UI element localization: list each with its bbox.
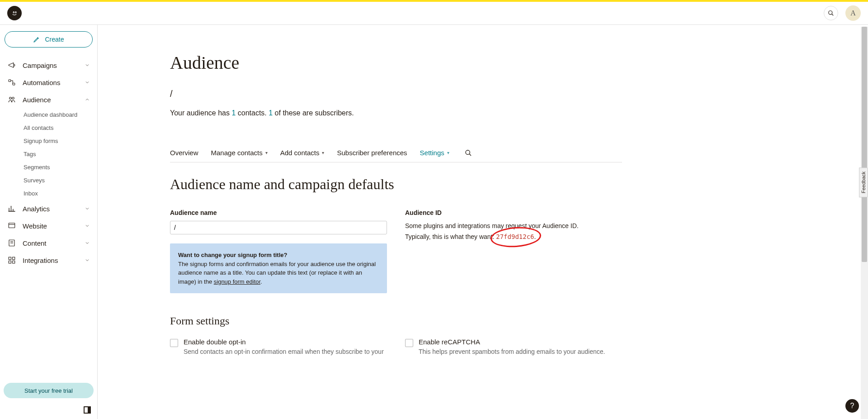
svg-rect-8 xyxy=(13,83,15,86)
tab-overview[interactable]: Overview xyxy=(170,149,198,157)
tab-settings[interactable]: Settings ▾ xyxy=(420,149,449,157)
create-label: Create xyxy=(45,36,64,43)
tabs-bar: Overview Manage contacts ▾ Add contacts … xyxy=(170,149,622,162)
website-icon xyxy=(7,222,16,230)
chevron-down-icon xyxy=(85,62,90,68)
svg-rect-17 xyxy=(13,257,15,259)
subnav-surveys[interactable]: Surveys xyxy=(24,174,94,187)
svg-point-4 xyxy=(15,12,16,13)
tab-add-contacts[interactable]: Add contacts ▾ xyxy=(280,149,325,157)
help-button[interactable]: ? xyxy=(845,399,859,413)
page-title: Audience xyxy=(170,52,622,73)
subscriber-count[interactable]: 1 xyxy=(269,109,273,117)
double-optin-label: Enable double opt-in xyxy=(184,338,384,346)
chevron-down-icon xyxy=(85,223,90,229)
chevron-up-icon xyxy=(85,97,90,102)
analytics-icon xyxy=(7,205,16,213)
chevron-down-icon xyxy=(85,206,90,211)
chevron-down-icon xyxy=(85,80,90,85)
megaphone-icon xyxy=(7,61,16,69)
recaptcha-label: Enable reCAPTCHA xyxy=(419,338,605,346)
svg-point-10 xyxy=(12,97,14,100)
global-search-button[interactable] xyxy=(824,6,838,20)
contacts-summary: Your audience has 1 contacts. 1 of these… xyxy=(170,109,622,117)
audience-name-label: Audience name xyxy=(170,209,387,216)
sidebar-item-analytics[interactable]: Analytics xyxy=(4,200,94,217)
avatar-initial: A xyxy=(850,9,856,17)
contact-count[interactable]: 1 xyxy=(231,109,236,117)
audience-id-value: 27fd9d12c6 xyxy=(496,233,534,240)
svg-point-9 xyxy=(9,97,12,100)
audience-name-input[interactable] xyxy=(170,221,387,234)
topbar: A xyxy=(0,2,868,25)
chevron-down-icon: ▾ xyxy=(322,150,324,155)
sidebar-item-automations[interactable]: Automations xyxy=(4,74,94,91)
svg-line-21 xyxy=(469,154,471,156)
search-icon xyxy=(828,10,834,16)
scrollbar-track[interactable] xyxy=(861,27,868,419)
recaptcha-desc: This helps prevent spambots from adding … xyxy=(419,348,605,357)
double-optin-checkbox[interactable] xyxy=(170,339,178,347)
help-icon: ? xyxy=(850,402,854,410)
avatar[interactable]: A xyxy=(845,5,861,21)
svg-rect-7 xyxy=(9,80,11,82)
subnav-audience-dashboard[interactable]: Audience dashboard xyxy=(24,108,94,121)
mailchimp-logo[interactable] xyxy=(7,6,22,20)
recaptcha-checkbox[interactable] xyxy=(405,339,413,347)
subnav-inbox[interactable]: Inbox xyxy=(24,187,94,200)
svg-point-0 xyxy=(10,9,19,17)
pencil-icon xyxy=(33,36,40,43)
tab-subscriber-preferences[interactable]: Subscriber preferences xyxy=(337,149,407,157)
audience-id-help: Some plugins and integrations may reques… xyxy=(405,221,622,243)
audience-subtitle: / xyxy=(170,89,622,99)
subnav-all-contacts[interactable]: All contacts xyxy=(24,121,94,134)
tab-manage-contacts[interactable]: Manage contacts ▾ xyxy=(211,149,268,157)
info-box-title: Want to change your signup form title? xyxy=(178,252,287,258)
signup-info-box: Want to change your signup form title? T… xyxy=(170,243,387,293)
svg-line-6 xyxy=(832,14,834,16)
chevron-down-icon: ▾ xyxy=(447,150,449,155)
integrations-icon xyxy=(7,256,16,264)
content-icon xyxy=(7,239,16,247)
subnav-segments[interactable]: Segments xyxy=(24,161,94,174)
svg-rect-18 xyxy=(9,261,11,263)
main-content: Audience / Your audience has 1 contacts.… xyxy=(98,25,868,419)
sidebar-item-content[interactable]: Content xyxy=(4,234,94,252)
scrollbar-thumb[interactable] xyxy=(862,27,867,262)
audience-subnav: Audience dashboard All contacts Signup f… xyxy=(4,108,94,200)
create-button[interactable]: Create xyxy=(5,31,93,48)
automation-icon xyxy=(7,78,16,86)
feedback-tab[interactable]: Feedback xyxy=(859,167,868,197)
sidebar-item-integrations[interactable]: Integrations xyxy=(4,252,94,269)
signup-form-editor-link[interactable]: signup form editor xyxy=(214,278,260,285)
subnav-signup-forms[interactable]: Signup forms xyxy=(24,134,94,148)
double-optin-desc: Send contacts an opt-in confirmation ema… xyxy=(184,348,384,357)
sidebar-item-campaigns[interactable]: Campaigns xyxy=(4,57,94,74)
collapse-sidebar-icon[interactable] xyxy=(84,406,91,414)
svg-rect-19 xyxy=(13,261,15,263)
section-title: Audience name and campaign defaults xyxy=(170,176,622,193)
sidebar: Create Campaigns Automations Audie xyxy=(0,25,98,419)
form-settings-title: Form settings xyxy=(170,315,622,327)
tab-search-button[interactable] xyxy=(465,149,472,157)
subnav-tags[interactable]: Tags xyxy=(24,148,94,161)
start-trial-button[interactable]: Start your free trial xyxy=(4,383,94,398)
svg-point-3 xyxy=(14,12,14,13)
audience-icon xyxy=(7,95,16,104)
search-icon xyxy=(465,149,472,157)
chevron-down-icon xyxy=(85,240,90,246)
audience-id-label: Audience ID xyxy=(405,209,622,216)
sidebar-item-audience[interactable]: Audience xyxy=(4,91,94,108)
chevron-down-icon xyxy=(85,257,90,263)
sidebar-item-website[interactable]: Website xyxy=(4,217,94,234)
info-box-body: The signup forms and confirmation emails… xyxy=(178,261,376,285)
freddie-icon xyxy=(10,9,19,18)
svg-point-20 xyxy=(466,150,470,154)
chevron-down-icon: ▾ xyxy=(265,150,268,155)
svg-rect-11 xyxy=(9,223,15,228)
svg-point-5 xyxy=(829,11,832,14)
svg-rect-16 xyxy=(9,257,11,259)
